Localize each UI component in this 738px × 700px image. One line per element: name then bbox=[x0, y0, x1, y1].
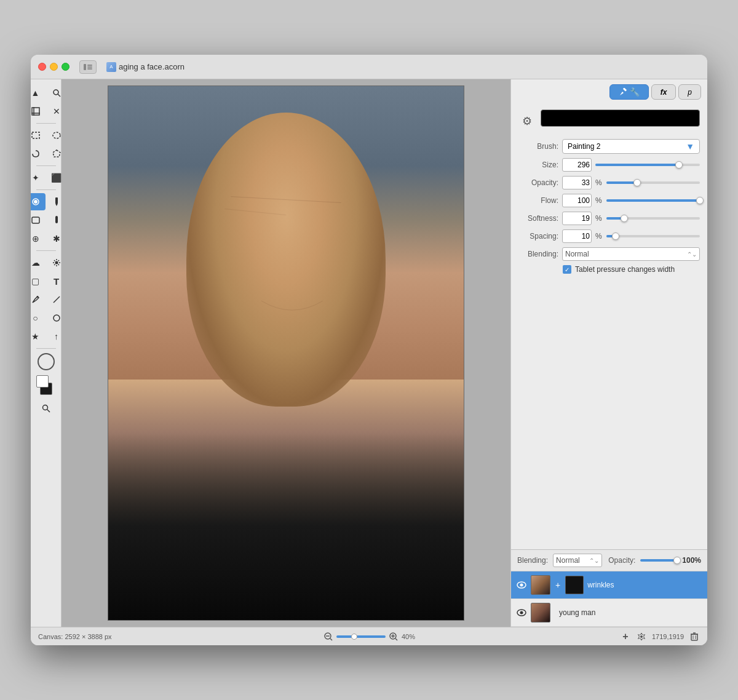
flow-slider-container bbox=[606, 199, 700, 202]
svg-rect-14 bbox=[55, 197, 58, 204]
opacity-slider-track[interactable] bbox=[606, 181, 700, 184]
brush-name: Painting 2 bbox=[568, 142, 600, 151]
divider-1 bbox=[36, 123, 56, 124]
tool-row-6 bbox=[31, 193, 66, 210]
flow-slider-thumb[interactable] bbox=[696, 197, 704, 204]
brush-color-preview[interactable] bbox=[541, 109, 700, 127]
size-slider-thumb[interactable] bbox=[675, 161, 683, 169]
softness-slider-track[interactable] bbox=[606, 217, 700, 220]
size-slider-fill bbox=[595, 164, 679, 166]
zoom-slider[interactable] bbox=[336, 635, 386, 638]
svg-rect-0 bbox=[84, 64, 86, 70]
add-layer-button[interactable]: + bbox=[620, 631, 631, 642]
layer-youngman[interactable]: young man bbox=[511, 599, 707, 627]
minimize-button[interactable] bbox=[50, 63, 58, 71]
magnify-tool[interactable] bbox=[36, 400, 56, 417]
layers-opacity-label: Opacity: bbox=[608, 556, 635, 565]
svg-line-25 bbox=[58, 260, 59, 261]
foreground-color[interactable] bbox=[36, 375, 49, 388]
brush-size-preview bbox=[38, 353, 55, 370]
settings-gear-button[interactable] bbox=[636, 631, 647, 642]
spacing-unit: % bbox=[595, 232, 603, 241]
right-panel: 🔧 fx p ⚙ Brush: bbox=[510, 79, 707, 627]
spacing-slider-container bbox=[606, 235, 700, 237]
rect-select-tool[interactable] bbox=[31, 127, 46, 144]
maximize-button[interactable] bbox=[62, 63, 69, 71]
paint-brush-tool[interactable] bbox=[31, 193, 46, 210]
brush-dropdown[interactable]: Painting 2 ▼ bbox=[562, 139, 700, 154]
size-input[interactable] bbox=[562, 158, 592, 172]
flow-input[interactable] bbox=[562, 194, 592, 207]
svg-line-28 bbox=[54, 296, 60, 303]
layers-opacity-slider[interactable] bbox=[640, 559, 677, 562]
svg-rect-47 bbox=[691, 634, 697, 640]
document-icon: A bbox=[106, 62, 116, 72]
checkbox-check-icon: ✓ bbox=[565, 266, 569, 273]
crop-tool[interactable] bbox=[31, 103, 46, 120]
svg-line-31 bbox=[47, 410, 50, 413]
opacity-slider-fill bbox=[606, 181, 637, 184]
svg-rect-1 bbox=[87, 65, 92, 66]
shape-cloud-tool[interactable]: ☁ bbox=[31, 254, 46, 271]
layer-youngman-eye[interactable] bbox=[516, 607, 527, 618]
opacity-row: Opacity: % bbox=[518, 176, 700, 189]
tool-row-11 bbox=[31, 291, 66, 308]
opacity-slider-thumb[interactable] bbox=[633, 179, 641, 186]
spacing-slider-track[interactable] bbox=[606, 235, 700, 237]
opacity-input[interactable] bbox=[562, 176, 592, 189]
clothing-area bbox=[108, 433, 464, 620]
layers-blending-select[interactable]: Normal ⌃⌄ bbox=[553, 554, 602, 567]
tablet-checkbox[interactable]: ✓ bbox=[563, 265, 571, 274]
tab-plugin[interactable]: p bbox=[678, 84, 701, 100]
divider-3 bbox=[36, 189, 56, 190]
pen-tool[interactable] bbox=[31, 291, 46, 308]
traffic-lights bbox=[38, 63, 69, 71]
magic-wand-tool[interactable]: ✦ bbox=[31, 169, 46, 186]
tablet-checkbox-row: ✓ Tablet pressure changes width bbox=[563, 265, 700, 274]
size-row: Size: bbox=[518, 158, 700, 172]
zoom-thumb[interactable] bbox=[351, 634, 357, 640]
spacing-slider-thumb[interactable] bbox=[612, 233, 619, 240]
svg-point-12 bbox=[34, 200, 38, 204]
brush-label: Brush: bbox=[518, 142, 558, 151]
spacing-input[interactable] bbox=[562, 229, 592, 243]
lasso-tool[interactable] bbox=[31, 145, 46, 162]
layer-wrinkles[interactable]: + wrinkles bbox=[511, 571, 707, 599]
layers-section: Blending: Normal ⌃⌄ Opacity: 100% bbox=[511, 549, 707, 627]
gear-button[interactable]: ⚙ bbox=[518, 113, 536, 130]
layer-youngman-name: young man bbox=[559, 608, 595, 617]
tool-row-1: ▲ bbox=[31, 84, 66, 101]
softness-slider-thumb[interactable] bbox=[621, 215, 628, 222]
zoom-out-button[interactable] bbox=[323, 631, 334, 642]
tab-fx[interactable]: fx bbox=[651, 84, 676, 100]
layers-opacity: Opacity: 100% bbox=[608, 556, 701, 565]
panel-toolbar: 🔧 fx p bbox=[511, 79, 707, 105]
svg-rect-2 bbox=[87, 66, 92, 68]
size-slider-track[interactable] bbox=[595, 164, 700, 166]
tool-row-9: ☁ bbox=[31, 254, 66, 271]
eraser-tool[interactable] bbox=[31, 212, 46, 229]
canvas-info: Canvas: 2592 × 3888 px bbox=[38, 633, 112, 640]
spacing-label: Spacing: bbox=[518, 232, 558, 241]
layers-opacity-thumb[interactable] bbox=[673, 557, 681, 564]
flow-row: Flow: % bbox=[518, 194, 700, 207]
canvas-area[interactable] bbox=[62, 79, 510, 627]
coordinates: 1719,1919 bbox=[652, 633, 684, 640]
brush-settings: ⚙ Brush: Painting 2 ▼ Size: bbox=[511, 105, 707, 549]
layer-wrinkles-eye[interactable] bbox=[516, 579, 527, 591]
star-tool[interactable]: ★ bbox=[31, 328, 46, 345]
sidebar-toggle-button[interactable] bbox=[79, 60, 97, 74]
flow-slider-track[interactable] bbox=[606, 199, 700, 202]
rect-shape-tool[interactable]: ▢ bbox=[31, 272, 46, 290]
close-button[interactable] bbox=[38, 63, 46, 71]
clone-tool[interactable]: ⊕ bbox=[31, 230, 46, 247]
brush-select-row: Brush: Painting 2 ▼ bbox=[518, 139, 700, 154]
blending-select[interactable]: Normal ⌃⌄ bbox=[562, 247, 700, 261]
trash-button[interactable] bbox=[689, 631, 700, 642]
softness-input[interactable] bbox=[562, 212, 592, 225]
select-tool[interactable]: ▲ bbox=[31, 84, 46, 101]
zoom-in-button[interactable] bbox=[388, 631, 399, 642]
tab-tools[interactable]: 🔧 bbox=[609, 84, 649, 100]
tab-fx-label: fx bbox=[661, 88, 667, 97]
rect-outline-tool[interactable]: ○ bbox=[31, 309, 46, 327]
